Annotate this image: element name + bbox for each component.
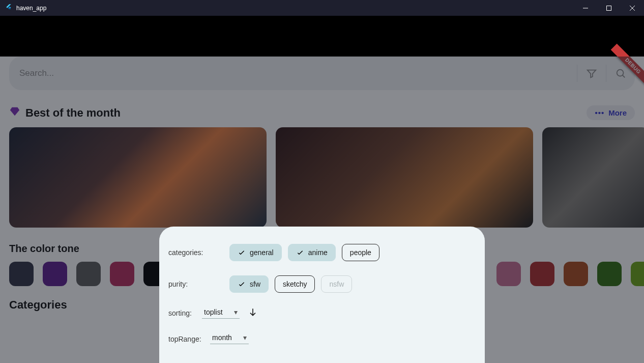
sorting-label: sorting: [168, 309, 202, 317]
sorting-dropdown[interactable]: toplist ▾ [202, 308, 240, 319]
chip-people[interactable]: people [342, 244, 379, 261]
flutter-logo-icon [5, 4, 12, 12]
filter-dialog: categories: general anime people [159, 227, 485, 363]
caret-down-icon: ▾ [234, 308, 238, 316]
check-icon [238, 280, 246, 288]
modal-overlay[interactable]: categories: general anime people [0, 57, 644, 363]
chip-nsfw: nsfw [321, 275, 352, 293]
chip-label: nsfw [329, 280, 344, 288]
purity-label: purity: [168, 280, 229, 288]
top-range-label: topRange: [168, 335, 210, 343]
window-minimize-button[interactable] [574, 0, 597, 16]
window-close-button[interactable] [621, 0, 644, 16]
chip-general[interactable]: general [229, 244, 282, 261]
chip-anime[interactable]: anime [288, 244, 336, 261]
check-icon [238, 248, 246, 257]
chip-label: sfw [250, 280, 260, 288]
svg-rect-0 [607, 6, 611, 10]
caret-down-icon: ▾ [243, 333, 247, 342]
chip-label: sketchy [283, 280, 307, 288]
chip-sketchy[interactable]: sketchy [275, 275, 315, 293]
chip-label: people [350, 248, 371, 257]
top-range-value: month [212, 333, 232, 342]
sorting-value: toplist [204, 308, 223, 316]
chip-label: anime [308, 248, 328, 257]
check-icon [296, 248, 304, 257]
window-maximize-button[interactable] [597, 0, 621, 16]
sort-direction-icon[interactable] [248, 307, 258, 319]
categories-label: categories: [168, 248, 229, 257]
app-body: DEBUG [0, 57, 644, 363]
window-titlebar: haven_app [0, 0, 644, 16]
chip-sfw[interactable]: sfw [229, 275, 269, 293]
window-title: haven_app [16, 5, 46, 12]
chip-label: general [250, 248, 274, 257]
top-range-dropdown[interactable]: month ▾ [210, 333, 249, 344]
